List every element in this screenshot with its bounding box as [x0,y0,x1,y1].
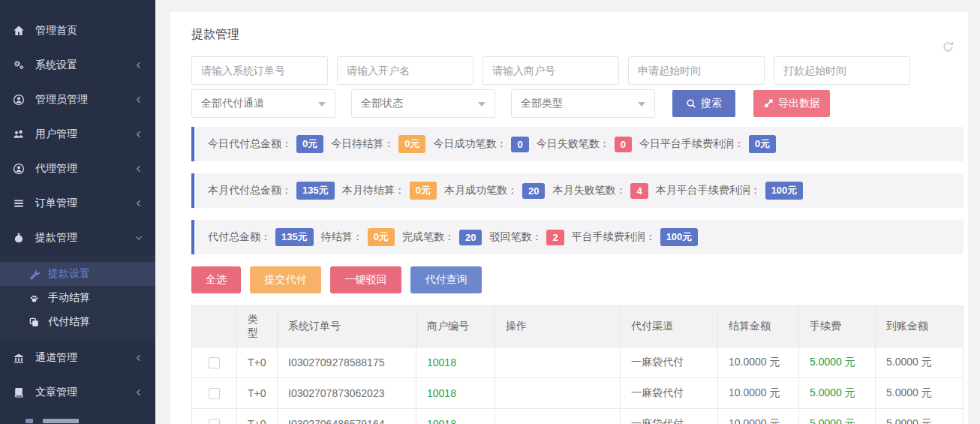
sidebar-item-label: 通道管理 [35,351,134,365]
sidebar-item-admin-management[interactable]: 管理员管理 [0,83,155,117]
stat-badge: 0元 [368,228,395,246]
status-select[interactable]: 全部状态 [351,89,495,118]
sidebar: 管理首页 系统设置 管理员管理 用户管理 [0,0,155,424]
cell-settle-amount: 10.0000 元 [718,409,799,424]
cell-settle-amount: 10.0000 元 [718,378,799,409]
merchant-no-input[interactable] [482,56,619,85]
sidebar-subitem-manual-settlement[interactable]: 手动结算 [0,286,155,310]
sidebar-item-article-management[interactable]: 文章管理 [0,375,155,410]
pay-time-input[interactable] [774,56,910,85]
stat-badge: 100元 [660,228,699,246]
stat-label: 本月失败笔数： [552,184,626,197]
stat-label: 平台手续费利润： [572,230,656,244]
account-name-input[interactable] [337,56,473,85]
filter-selects-row: 全部代付通道 全部状态 全部类型 搜索 导出数据 [191,89,963,118]
row-checkbox[interactable] [209,388,220,399]
table-header-row: 类型 系统订单号 商户编号 操作 代付渠道 结算金额 手续费 到账金额 [192,306,963,347]
cell-merchant-no: 10018 [416,378,495,409]
sidebar-subitem-label: 手动结算 [48,291,90,305]
apply-time-input[interactable] [628,56,765,85]
type-select-value: 全部类型 [521,97,563,110]
cell-type: T+0 [237,378,278,409]
sidebar-subitem-payout-settlement[interactable]: 代付结算 [0,310,155,334]
bank-icon [11,352,26,364]
header-merchant-no: 商户编号 [416,306,495,347]
paw-icon [27,293,41,304]
search-button[interactable]: 搜索 [672,90,735,117]
sidebar-item-channel-management[interactable]: 通道管理 [0,341,155,375]
sidebar-item-agent-management[interactable]: 代理管理 [0,152,155,186]
sidebar-item-partial[interactable] [0,418,155,424]
admin-icon [11,94,26,106]
stat-badge: 0元 [410,182,437,200]
stat-label: 今日代付总金额： [208,137,292,151]
sidebar-item-label: 管理首页 [35,24,143,38]
row-checkbox[interactable] [209,357,220,368]
payout-query-button[interactable]: 代付查询 [410,266,482,293]
stat-label: 驳回笔数： [489,230,542,244]
header-checkbox-col [192,306,237,347]
export-data-button[interactable]: 导出数据 [753,90,830,117]
search-icon [686,98,696,109]
sidebar-item-withdraw-management[interactable]: 提款管理 [0,221,155,255]
channel-select[interactable]: 全部代付通道 [191,89,335,118]
chevron-left-icon [134,61,143,70]
sidebar-item-home[interactable]: 管理首页 [0,14,155,48]
cell-action [495,347,621,378]
sidebar-item-user-management[interactable]: 用户管理 [0,117,155,152]
row-checkbox[interactable] [209,419,220,424]
cell-action [495,409,621,424]
stat-label: 今日待结算： [331,137,394,151]
stat-badge: 2 [546,230,564,245]
order-no-input[interactable] [191,56,328,85]
sidebar-item-label: 订单管理 [35,197,134,210]
stat-label: 本月成功笔数： [444,184,518,197]
stat-label: 今日成功笔数： [433,137,507,151]
chevron-left-icon [134,199,143,208]
sidebar-item-order-management[interactable]: 订单管理 [0,186,155,221]
page-title: 提款管理 [191,27,963,43]
refresh-icon[interactable] [942,41,954,53]
chevron-left-icon [134,95,143,104]
cell-fee: 5.0000 元 [799,347,876,378]
cell-merchant-no: 10018 [416,409,495,424]
stat-badge: 0元 [398,135,425,153]
reject-all-button[interactable]: 一键驳回 [330,266,401,293]
cell-channel: 一麻袋代付 [621,378,718,409]
header-channel: 代付渠道 [621,306,718,347]
cell-order-no: I0302709278588175 [278,347,416,378]
select-all-button[interactable]: 全选 [191,266,241,293]
orders-icon [11,197,26,209]
sidebar-subitem-withdraw-settings[interactable]: 提款设置 [0,262,155,286]
stat-badge: 0 [511,137,528,152]
type-select[interactable]: 全部类型 [511,89,655,118]
main-content: 提款管理 全部代付通道 全部状态 全部类型 [155,0,980,424]
stat-badge: 135元 [275,228,314,246]
stat-badge: 100元 [765,182,804,200]
stat-badge: 20 [522,183,545,199]
sidebar-item-label: 管理员管理 [35,93,134,107]
agent-icon [11,163,26,175]
sidebar-item-label: 提款管理 [35,231,134,245]
submit-payout-button[interactable]: 提交代付 [250,266,321,293]
export-button-label: 导出数据 [778,97,820,110]
header-type: 类型 [237,306,278,347]
cell-order-no: I0302707873062023 [278,378,416,409]
cell-channel: 一麻袋代付 [621,409,718,424]
cell-arrival-amount: 5.0000 元 [876,409,963,424]
status-select-value: 全部状态 [361,97,403,110]
stat-badge: 0元 [749,135,776,153]
table-row: T+0 I0302706486579164 10018 一麻袋代付 10.000… [192,409,963,424]
caret-down-icon [638,102,645,107]
cell-fee: 5.0000 元 [799,409,876,424]
book-icon [11,386,26,398]
filter-inputs-row [191,56,963,85]
action-buttons-row: 全选 提交代付 一键驳回 代付查询 [191,266,963,293]
cell-arrival-amount: 5.0000 元 [876,378,963,409]
withdraw-icon [11,232,26,244]
sidebar-subitem-label: 代付结算 [48,315,90,329]
withdraw-management-card: 提款管理 全部代付通道 全部状态 全部类型 [170,12,968,424]
table-row: T+0 I0302707873062023 10018 一麻袋代付 10.000… [192,378,963,409]
sidebar-menu: 管理首页 系统设置 管理员管理 用户管理 [0,0,155,255]
sidebar-item-system-settings[interactable]: 系统设置 [0,48,155,83]
